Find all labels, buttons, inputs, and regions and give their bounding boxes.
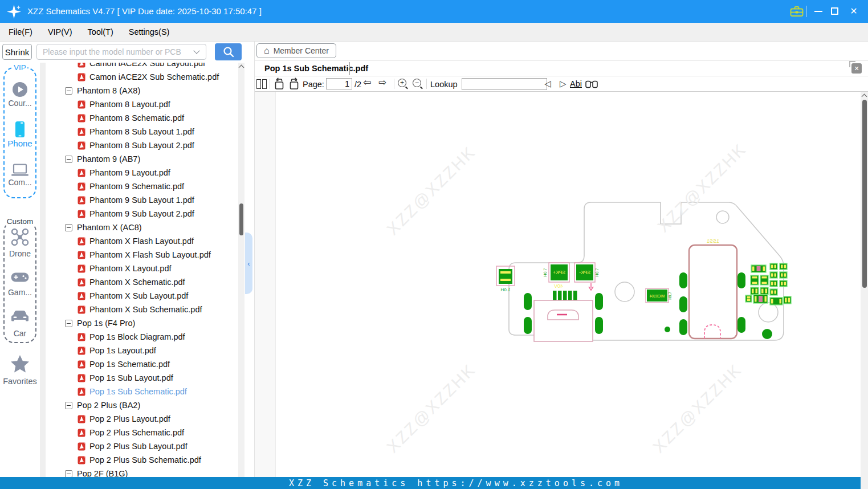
pdf-file-icon bbox=[78, 251, 85, 259]
tree-file-item[interactable]: Phantom 9 Sub Layout 2.pdf bbox=[48, 207, 237, 221]
member-center-button[interactable]: ⌂ Member Center bbox=[256, 43, 336, 58]
svg-text:H0.7: H0.7 bbox=[668, 292, 672, 300]
tree-file-item[interactable]: Phantom X Flash Layout.pdf bbox=[48, 234, 237, 248]
previous-page-icon[interactable]: ⇦ bbox=[363, 76, 371, 88]
tree-file-item[interactable]: Phantom X Schematic.pdf bbox=[48, 275, 237, 289]
document-tab[interactable]: Pop 1s Sub Schematic.pdf bbox=[264, 62, 368, 75]
tree-scrollbar-thumb[interactable] bbox=[239, 203, 243, 235]
tree-file-item[interactable]: Pop 2 Plus Sub Layout.pdf bbox=[48, 439, 237, 453]
page-number-input[interactable] bbox=[326, 78, 352, 89]
tree-folder-item[interactable]: Pop 2F (B1G) bbox=[48, 467, 237, 477]
collapse-minus-icon[interactable] bbox=[65, 470, 72, 478]
tree-file-item[interactable]: Phantom 9 Sub Layout 1.pdf bbox=[48, 193, 237, 207]
menu-settings[interactable]: Settings(S) bbox=[129, 27, 170, 36]
menu-file[interactable]: File(F) bbox=[9, 27, 32, 36]
tree-file-item[interactable]: Phantom 8 Layout.pdf bbox=[48, 97, 237, 111]
gamepad-icon[interactable] bbox=[0, 272, 40, 284]
close-button[interactable]: ✕ bbox=[848, 0, 859, 23]
toolbar-separator bbox=[426, 79, 427, 89]
tree-file-item[interactable]: Pop 2 Plus Schematic.pdf bbox=[48, 426, 237, 439]
maximize-button[interactable] bbox=[831, 7, 838, 15]
tree-file-item[interactable]: Pop 1s Schematic.pdf bbox=[48, 357, 237, 371]
sidebar-item-game[interactable]: Gam... bbox=[0, 288, 41, 297]
tree-folder-item[interactable]: Pop 1s (F4 Pro) bbox=[48, 316, 237, 330]
tree-folder-item[interactable]: Phantom 8 (AX8) bbox=[48, 84, 237, 97]
tree-file-item[interactable]: Phantom 9 Layout.pdf bbox=[48, 166, 237, 180]
pdf-file-icon bbox=[78, 100, 85, 109]
minimize-button[interactable] bbox=[814, 11, 822, 12]
sidebar-scrollbar-track[interactable] bbox=[40, 63, 46, 477]
pdf-file-icon bbox=[78, 292, 85, 300]
laptop-icon[interactable] bbox=[0, 164, 40, 178]
tree-folder-item[interactable]: Phantom X (AC8) bbox=[48, 221, 237, 234]
pdf-file-icon bbox=[78, 360, 85, 369]
tree-file-item[interactable]: Phantom 8 Schematic.pdf bbox=[48, 111, 237, 125]
sidebar-item-course[interactable]: Cour... bbox=[0, 99, 41, 108]
rotate-right-icon[interactable] bbox=[288, 78, 300, 92]
toolbar-divider bbox=[255, 91, 868, 92]
tree-file-item[interactable]: Phantom X Flash Sub Layout.pdf bbox=[48, 248, 237, 262]
sidebar-item-phone[interactable]: Phone bbox=[0, 138, 41, 148]
briefcase-icon[interactable] bbox=[790, 6, 804, 19]
sidebar-item-computer[interactable]: Com... bbox=[0, 178, 41, 187]
pdf-file-icon bbox=[78, 278, 85, 287]
collapse-minus-icon[interactable] bbox=[65, 402, 72, 409]
schematic-file-tree: Camon iACE2X Sub Layout.pdf Camon iACE2X… bbox=[48, 63, 237, 477]
watermark: XZZ@XZZHK bbox=[647, 357, 749, 459]
tree-file-item[interactable]: Phantom X Layout.pdf bbox=[48, 262, 237, 275]
drone-icon[interactable] bbox=[0, 228, 40, 248]
tree-file-item[interactable]: Camon iACE2X Sub Layout.pdf bbox=[48, 63, 237, 70]
collapse-panel-handle[interactable]: ‹ bbox=[245, 233, 252, 294]
lookup-input[interactable] bbox=[462, 78, 547, 90]
rotate-left-icon[interactable] bbox=[274, 78, 285, 92]
car-icon[interactable] bbox=[0, 309, 40, 325]
search-button[interactable] bbox=[215, 43, 242, 60]
model-search-input[interactable] bbox=[37, 47, 194, 56]
binoculars-icon[interactable] bbox=[585, 80, 598, 91]
sidebar-item-car[interactable]: Car bbox=[0, 329, 41, 338]
phone-icon[interactable] bbox=[0, 121, 40, 140]
tree-file-item[interactable]: Pop 1s Sub Layout.pdf bbox=[48, 371, 237, 385]
chevron-down-icon[interactable] bbox=[193, 47, 199, 54]
close-document-icon[interactable]: ✕ bbox=[851, 63, 862, 74]
two-page-view-icon[interactable] bbox=[256, 79, 267, 89]
pdf-file-icon bbox=[78, 196, 85, 205]
tree-file-item[interactable]: Camon iACE2X Sub Schematic.pdf bbox=[48, 70, 237, 84]
collapse-minus-icon[interactable] bbox=[65, 224, 72, 231]
find-previous-icon[interactable]: ◁ bbox=[544, 79, 551, 89]
tree-file-item[interactable]: Phantom X Sub Layout.pdf bbox=[48, 289, 237, 303]
tree-file-item[interactable]: Pop 2 Plus Layout.pdf bbox=[48, 412, 237, 426]
sidebar-item-favorites[interactable]: Favorites bbox=[0, 377, 41, 386]
tree-file-item[interactable]: Pop 1s Layout.pdf bbox=[48, 344, 237, 357]
find-next-icon[interactable]: ▷ bbox=[560, 79, 567, 89]
tree-file-item[interactable]: Pop 2 Plus Sub Schematic.pdf bbox=[48, 453, 237, 467]
toolbar-separator bbox=[270, 79, 270, 89]
tree-folder-item[interactable]: Phantom 9 (AB7) bbox=[48, 152, 237, 166]
zoom-out-icon[interactable]: − bbox=[413, 79, 421, 87]
menu-bar: File(F) VIP(V) Tool(T) Settings(S) bbox=[0, 23, 868, 42]
svg-text:H0.7: H0.7 bbox=[595, 268, 599, 277]
tree-file-item[interactable]: Phantom 8 Sub Layout 1.pdf bbox=[48, 125, 237, 138]
tree-file-item[interactable]: Phantom 9 Schematic.pdf bbox=[48, 180, 237, 193]
shrink-button[interactable]: Shrink bbox=[2, 44, 32, 60]
tree-file-item[interactable]: Pop 1s Block Diagram.pdf bbox=[48, 330, 237, 344]
tree-file-item[interactable]: Pop 1s Sub Schematic.pdf bbox=[48, 385, 237, 398]
home-icon: ⌂ bbox=[264, 46, 270, 55]
tree-scrollbar-track[interactable] bbox=[238, 63, 244, 477]
next-page-icon[interactable]: ⇨ bbox=[378, 76, 386, 88]
tree-folder-item[interactable]: Pop 2 Plus (BA2) bbox=[48, 398, 237, 412]
collapse-minus-icon[interactable] bbox=[65, 87, 72, 95]
play-circle-icon[interactable] bbox=[0, 82, 40, 100]
collapse-minus-icon[interactable] bbox=[65, 320, 72, 327]
collapse-minus-icon[interactable] bbox=[65, 156, 72, 163]
star-icon[interactable] bbox=[0, 354, 40, 376]
pdf-scrollbar-thumb[interactable] bbox=[862, 100, 867, 288]
tree-file-item[interactable]: Phantom 8 Sub Layout 2.pdf bbox=[48, 138, 237, 152]
menu-vip[interactable]: VIP(V) bbox=[48, 27, 72, 36]
tree-file-item[interactable]: Phantom X Sub Schematic.pdf bbox=[48, 303, 237, 316]
abi-text-tool[interactable]: Abi bbox=[570, 79, 582, 88]
pdf-file-icon bbox=[78, 128, 85, 136]
menu-tool[interactable]: Tool(T) bbox=[88, 27, 113, 36]
zoom-in-icon[interactable]: + bbox=[398, 79, 406, 87]
sidebar-item-drone[interactable]: Drone bbox=[0, 249, 41, 258]
